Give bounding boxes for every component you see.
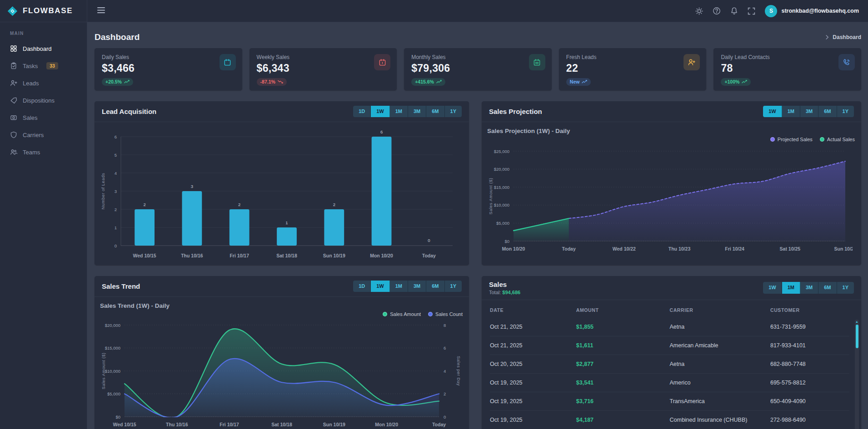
main-content: Dashboard Dashboard Daily Sales $3,466 +…: [87, 22, 868, 429]
sidebar-item-tasks[interactable]: Tasks 33: [0, 57, 87, 74]
range-button-1y[interactable]: 1Y: [445, 106, 462, 117]
panel-header: Sales Projection 1W 1M 3M 6M 1Y: [482, 101, 861, 122]
sidebar-item-label: Dashboard: [23, 45, 52, 52]
range-button-1w[interactable]: 1W: [763, 282, 782, 293]
range-button-1m[interactable]: 1M: [782, 282, 800, 293]
cell-amount: $4,187: [576, 411, 670, 429]
svg-text:$5,000: $5,000: [496, 221, 509, 226]
trend-down-icon: [278, 80, 283, 84]
range-button-6m[interactable]: 6M: [818, 282, 837, 293]
range-button-1m[interactable]: 1M: [390, 281, 408, 292]
range-button-3m[interactable]: 3M: [408, 281, 426, 292]
topbar-right: S stronkbad@flowbasehq.com: [695, 5, 859, 17]
sales-projection-panel: Sales Projection 1W 1M 3M 6M 1Y Sales Pr…: [482, 101, 861, 265]
range-button-1m[interactable]: 1M: [782, 106, 800, 117]
users-icon: [10, 148, 17, 156]
page-head: Dashboard Dashboard: [95, 32, 861, 42]
svg-text:Today: Today: [422, 253, 436, 258]
sidebar-item-teams[interactable]: Teams: [0, 143, 87, 161]
range-selector: 1W 1M 3M 6M 1Y: [763, 282, 854, 293]
svg-text:Thu 10/16: Thu 10/16: [166, 422, 188, 427]
svg-text:Today: Today: [562, 246, 576, 251]
sidebar-item-label: Teams: [23, 149, 40, 156]
sales-table-panel: Sales Total: $94,686 1W 1M 3M 6M 1Y: [482, 276, 861, 429]
table-row[interactable]: Oct 19, 2025 $3,541 Americo 695-575-8812: [490, 374, 849, 392]
range-button-1y[interactable]: 1Y: [837, 282, 854, 293]
panel-body: 01234562Wed 10/153Thu 10/162Fri 10/171Sa…: [95, 122, 469, 265]
column-header-carrier: CARRIER: [669, 300, 770, 318]
charts-row-2: Sales Trend 1D 1W 1M 3M 6M 1Y Sales Tren…: [95, 276, 861, 429]
svg-text:2: 2: [115, 207, 117, 212]
table-row[interactable]: Oct 19, 2025 $4,187 Combined Insurance (…: [490, 411, 849, 429]
sidebar-item-dashboard[interactable]: Dashboard: [0, 40, 87, 57]
svg-text:Sales Amount ($): Sales Amount ($): [488, 178, 493, 215]
panel-title: Sales: [489, 281, 520, 288]
legend-item-actual-sales: Actual Sales: [820, 137, 855, 142]
fullscreen-button[interactable]: [748, 7, 755, 15]
help-circle-icon: [713, 7, 721, 15]
theme-toggle-button[interactable]: [695, 7, 703, 15]
sidebar-item-carriers[interactable]: Carriers: [0, 126, 87, 143]
cell-carrier: Aetna: [669, 355, 770, 374]
legend-dot: [428, 312, 433, 316]
range-button-1w[interactable]: 1W: [371, 106, 390, 117]
sidebar-item-leads[interactable]: Leads: [0, 74, 87, 92]
notifications-button[interactable]: [730, 7, 738, 15]
scrollbar-thumb[interactable]: [856, 325, 858, 348]
range-button-6m[interactable]: 6M: [426, 106, 444, 117]
scroll-up-arrow-icon[interactable]: ▲: [855, 320, 859, 324]
account-menu[interactable]: S stronkbad@flowbasehq.com: [765, 5, 859, 17]
svg-text:Mon 10/20: Mon 10/20: [375, 422, 398, 427]
range-selector: 1D 1W 1M 3M 6M 1Y: [353, 281, 462, 292]
cell-customer: 631-731-9559: [770, 318, 849, 336]
range-button-1w[interactable]: 1W: [371, 281, 390, 292]
range-button-1y[interactable]: 1Y: [837, 106, 854, 117]
sidebar-nav: Dashboard Tasks 33 Leads Dispositions Sa…: [0, 40, 87, 161]
range-button-6m[interactable]: 6M: [818, 106, 837, 117]
svg-text:1: 1: [115, 225, 117, 230]
svg-text:5: 5: [115, 153, 117, 158]
table-row[interactable]: Oct 20, 2025 $2,877 Aetna 682-880-7748: [490, 355, 849, 374]
svg-text:$20,000: $20,000: [494, 167, 509, 172]
chevron-right-icon: [826, 35, 829, 39]
svg-text:$10,000: $10,000: [105, 369, 120, 374]
range-button-1m[interactable]: 1M: [390, 106, 408, 117]
range-button-3m[interactable]: 3M: [800, 282, 818, 293]
svg-text:Sales Amount ($): Sales Amount ($): [101, 353, 106, 390]
svg-text:0: 0: [444, 414, 446, 419]
range-button-3m[interactable]: 3M: [800, 106, 818, 117]
range-button-3m[interactable]: 3M: [408, 106, 426, 117]
cell-amount: $1,855: [576, 318, 670, 336]
range-button-1d[interactable]: 1D: [353, 106, 371, 117]
sales-trend-panel: Sales Trend 1D 1W 1M 3M 6M 1Y Sales Tren…: [95, 276, 469, 429]
sidebar-item-sales[interactable]: Sales: [0, 109, 87, 126]
brand-name: FLOWBASE: [23, 6, 73, 15]
range-button-1w[interactable]: 1W: [763, 106, 782, 117]
cell-amount: $3,716: [576, 392, 670, 411]
range-selector: 1D 1W 1M 3M 6M 1Y: [353, 106, 462, 117]
kpi-trend-badge: +415.6%: [411, 78, 445, 86]
svg-text:Wed 10/22: Wed 10/22: [613, 246, 636, 251]
sidebar-item-dispositions[interactable]: Dispositions: [0, 92, 87, 109]
panel-header-left: Sales Total: $94,686: [489, 281, 520, 295]
fullscreen-icon: [748, 7, 755, 15]
table-row[interactable]: Oct 21, 2025 $1,611 American Amicable 81…: [490, 336, 849, 355]
svg-text:0: 0: [115, 243, 117, 248]
table-row[interactable]: Oct 19, 2025 $3,716 TransAmerica 650-409…: [490, 392, 849, 411]
breadcrumb[interactable]: Dashboard: [826, 34, 861, 40]
kpi-label: Daily Lead Contacts: [721, 54, 854, 60]
legend-item-sales-amount: Sales Amount: [383, 311, 421, 317]
range-button-1d[interactable]: 1D: [353, 281, 371, 292]
table-row[interactable]: Oct 21, 2025 $1,855 Aetna 631-731-9559: [490, 318, 849, 336]
cell-customer: 817-933-4101: [770, 336, 849, 355]
table-scrollbar[interactable]: ▲ ▼: [855, 320, 859, 429]
chart-legend: Sales Amount Sales Count: [95, 309, 469, 317]
range-button-1y[interactable]: 1Y: [445, 281, 462, 292]
svg-text:2: 2: [333, 202, 335, 207]
table-header-row: DATE AMOUNT CARRIER CUSTOMER: [490, 300, 849, 318]
svg-text:0: 0: [428, 238, 430, 243]
menu-toggle-button[interactable]: [95, 5, 107, 16]
help-button[interactable]: [713, 7, 721, 15]
trend-up-icon: [582, 80, 587, 84]
range-button-6m[interactable]: 6M: [426, 281, 444, 292]
